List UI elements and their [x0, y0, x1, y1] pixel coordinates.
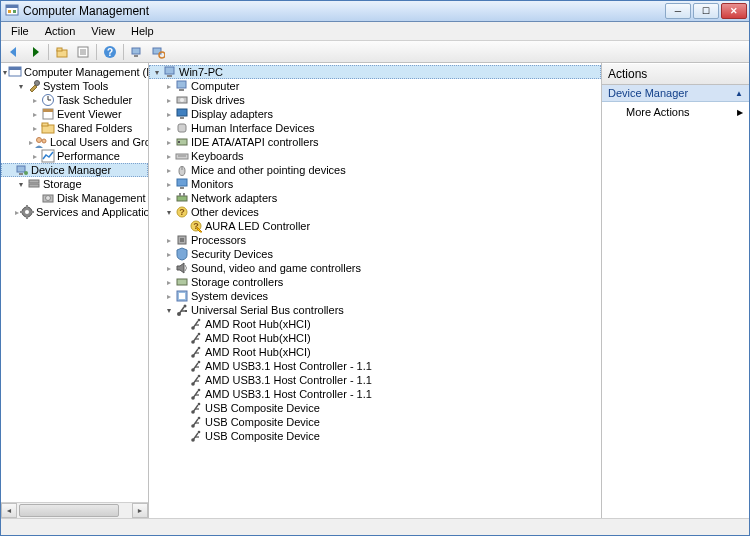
- properties-button[interactable]: [73, 43, 93, 61]
- expander-icon[interactable]: [163, 263, 174, 274]
- midTree-item[interactable]: System devices: [149, 289, 601, 303]
- midTree-item[interactable]: Security Devices: [149, 247, 601, 261]
- midTree-item[interactable]: Mice and other pointing devices: [149, 163, 601, 177]
- leftTree-item[interactable]: Computer Management (Local: [1, 65, 148, 79]
- midTree-item[interactable]: Monitors: [149, 177, 601, 191]
- navigation-tree[interactable]: Computer Management (LocalSystem ToolsTa…: [1, 63, 148, 221]
- scroll-right-button[interactable]: ►: [132, 503, 148, 518]
- leftTree-item[interactable]: Device Manager: [1, 163, 148, 177]
- minimize-button[interactable]: ─: [665, 3, 691, 19]
- toolbar-sep: [48, 44, 49, 60]
- expander-icon: [177, 319, 188, 330]
- midTree-item[interactable]: Disk drives: [149, 93, 601, 107]
- expander-icon[interactable]: [163, 95, 174, 106]
- midTree-item[interactable]: AMD USB3.1 Host Controller - 1.1: [149, 359, 601, 373]
- actions-section-label: Device Manager: [608, 87, 688, 99]
- midTree-item[interactable]: Universal Serial Bus controllers: [149, 303, 601, 317]
- expander-icon[interactable]: [29, 123, 40, 134]
- midTree-item[interactable]: AMD Root Hub(xHCI): [149, 331, 601, 345]
- menu-help[interactable]: Help: [123, 23, 162, 39]
- expander-icon[interactable]: [163, 81, 174, 92]
- midTree-item[interactable]: Win7-PC: [149, 65, 601, 79]
- expander-icon[interactable]: [163, 179, 174, 190]
- midTree-item[interactable]: USB Composite Device: [149, 429, 601, 443]
- leftTree-item[interactable]: Storage: [1, 177, 148, 191]
- leftTree-item[interactable]: Local Users and Groups: [1, 135, 148, 149]
- menu-view[interactable]: View: [83, 23, 123, 39]
- midTree-item[interactable]: Sound, video and game controllers: [149, 261, 601, 275]
- leftTree-item[interactable]: Shared Folders: [1, 121, 148, 135]
- midTree-item[interactable]: USB Composite Device: [149, 401, 601, 415]
- leftTree-item[interactable]: System Tools: [1, 79, 148, 93]
- midTree-item[interactable]: ?Other devices: [149, 205, 601, 219]
- expander-icon[interactable]: [163, 123, 174, 134]
- close-button[interactable]: ✕: [721, 3, 747, 19]
- midTree-item[interactable]: AMD Root Hub(xHCI): [149, 345, 601, 359]
- forward-button[interactable]: [25, 43, 45, 61]
- midTree-item[interactable]: ?AURA LED Controller: [149, 219, 601, 233]
- expander-icon[interactable]: [29, 95, 40, 106]
- midTree-label: System devices: [191, 290, 268, 302]
- expander-icon[interactable]: [163, 305, 174, 316]
- leftTree-label: Performance: [57, 150, 120, 162]
- scroll-left-button[interactable]: ◄: [1, 503, 17, 518]
- expander-icon[interactable]: [15, 81, 26, 92]
- midTree-item[interactable]: Computer: [149, 79, 601, 93]
- toolbar-sep: [123, 44, 124, 60]
- expander-icon[interactable]: [15, 179, 26, 190]
- menu-action[interactable]: Action: [37, 23, 84, 39]
- expander-icon[interactable]: [15, 207, 19, 218]
- leftTree-item[interactable]: Task Scheduler: [1, 93, 148, 107]
- up-button[interactable]: [52, 43, 72, 61]
- expander-icon[interactable]: [29, 151, 40, 162]
- menu-file[interactable]: File: [3, 23, 37, 39]
- midTree-item[interactable]: Network adapters: [149, 191, 601, 205]
- expander-icon[interactable]: [163, 151, 174, 162]
- maximize-button[interactable]: ☐: [693, 3, 719, 19]
- cpu-icon: [175, 233, 189, 247]
- device-tree[interactable]: Win7-PCComputerDisk drivesDisplay adapte…: [149, 63, 601, 445]
- expander-icon[interactable]: [163, 137, 174, 148]
- midTree-item[interactable]: USB Composite Device: [149, 415, 601, 429]
- leftTree-label: Event Viewer: [57, 108, 122, 120]
- help-button[interactable]: ?: [100, 43, 120, 61]
- midTree-item[interactable]: AMD USB3.1 Host Controller - 1.1: [149, 387, 601, 401]
- expander-icon: [177, 403, 188, 414]
- expander-icon[interactable]: [163, 249, 174, 260]
- midTree-item[interactable]: AMD Root Hub(xHCI): [149, 317, 601, 331]
- expander-icon[interactable]: [29, 109, 40, 120]
- expander-icon[interactable]: [29, 137, 33, 148]
- midTree-item[interactable]: Keyboards: [149, 149, 601, 163]
- leftTree-item[interactable]: Services and Applications: [1, 205, 148, 219]
- expander-icon[interactable]: [163, 109, 174, 120]
- refresh-button[interactable]: [148, 43, 168, 61]
- usb2-icon: [189, 415, 203, 429]
- expander-icon[interactable]: [163, 165, 174, 176]
- leftTree-item[interactable]: Event Viewer: [1, 107, 148, 121]
- midTree-item[interactable]: IDE ATA/ATAPI controllers: [149, 135, 601, 149]
- scrollbar-horizontal[interactable]: ◄ ►: [1, 502, 148, 518]
- expander-icon[interactable]: [163, 235, 174, 246]
- midTree-item[interactable]: AMD USB3.1 Host Controller - 1.1: [149, 373, 601, 387]
- expander-icon[interactable]: [163, 207, 174, 218]
- expander-icon[interactable]: [3, 67, 7, 78]
- expander-icon[interactable]: [151, 67, 162, 78]
- scan-button[interactable]: [127, 43, 147, 61]
- midTree-item[interactable]: Human Interface Devices: [149, 121, 601, 135]
- back-button[interactable]: [4, 43, 24, 61]
- midTree-item[interactable]: Processors: [149, 233, 601, 247]
- expander-icon[interactable]: [163, 291, 174, 302]
- midTree-item[interactable]: Storage controllers: [149, 275, 601, 289]
- scroll-track[interactable]: [17, 503, 132, 518]
- midTree-item[interactable]: Display adapters: [149, 107, 601, 121]
- toolbar: ?: [1, 41, 749, 63]
- midTree-label: AMD USB3.1 Host Controller - 1.1: [205, 374, 372, 386]
- more-actions-item[interactable]: More Actions ▶: [602, 102, 749, 122]
- actions-section[interactable]: Device Manager ▲: [602, 85, 749, 102]
- expander-icon[interactable]: [163, 277, 174, 288]
- svg-point-18: [35, 81, 40, 86]
- leftTree-item[interactable]: Performance: [1, 149, 148, 163]
- leftTree-item[interactable]: Disk Management: [1, 191, 148, 205]
- scroll-thumb[interactable]: [19, 504, 119, 517]
- expander-icon[interactable]: [163, 193, 174, 204]
